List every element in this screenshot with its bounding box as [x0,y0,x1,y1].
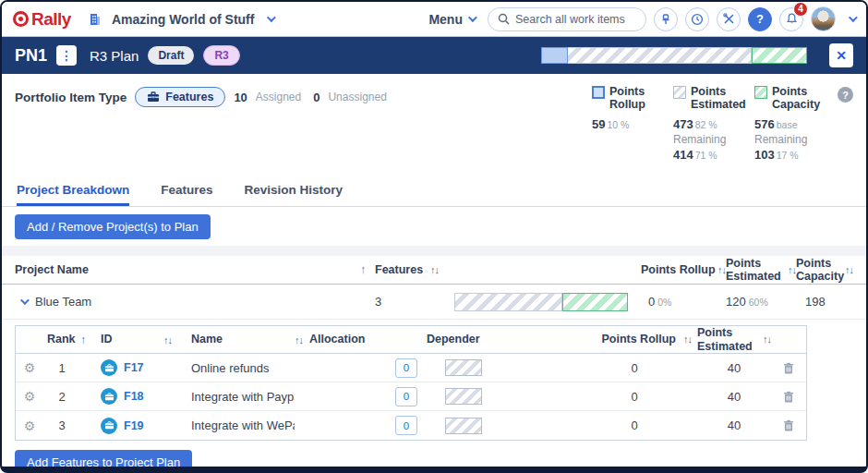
tools-button[interactable] [717,7,741,31]
kebab-icon: ⋮ [60,49,73,62]
feature-name[interactable]: Online refunds [191,361,295,375]
trash-icon[interactable] [771,419,806,431]
allocation-input[interactable]: 0 [395,387,417,406]
feature-id-link[interactable]: F17 [124,361,144,374]
col-dependencies[interactable]: Depender [427,333,500,346]
capacity-value: 576 [754,117,775,131]
gear-icon[interactable]: ⚙ [16,360,43,375]
legend-help-button[interactable]: ? [838,87,853,103]
portfolio-item-type-selector[interactable]: Features [135,87,225,107]
col-allocation[interactable]: Allocation [309,333,427,346]
project-points-estimated: 12060% [726,295,796,309]
id-sort-icon[interactable]: ↑↓ [163,334,191,346]
estimated-swatch-icon [673,86,686,99]
project-name[interactable]: Blue Team [35,295,91,309]
estimated-value: 473 [673,117,693,131]
capacity-remaining-value: 103 [754,148,775,162]
col-id[interactable]: ID [101,333,163,346]
col-feature-points-estimated[interactable]: PointsEstimated ↑↓ [697,326,771,353]
search-input[interactable] [515,13,636,26]
menu-dropdown[interactable]: Menu [428,12,475,27]
feature-name[interactable]: Integrate with WePay [191,418,295,432]
user-avatar[interactable] [811,6,836,31]
rally-logo-text: Rally [31,9,71,30]
points-capacity-legend: PointsCapacity 576base Remaining 10317 % [754,85,823,179]
pin-button[interactable] [654,7,678,31]
unassigned-count: 0 [313,91,319,104]
feature-row: ⚙ 2 F18 Integrate with Paypal 0 0 40 [16,382,806,411]
gear-icon[interactable]: ⚙ [16,389,43,404]
rally-logo[interactable]: Rally [13,9,71,30]
estimated-label-line2: Estimated [691,98,746,111]
add-remove-projects-button[interactable]: Add / Remove Project(s) to Plan [15,214,211,239]
col-project-name[interactable]: Project Name [15,263,360,276]
sort-asc-icon[interactable]: ↑ [360,263,375,276]
col-points-estimated-label: PointsEstimated [726,257,781,284]
capacity-base-label: base [777,119,798,130]
col-rank[interactable]: Rank [43,333,80,346]
help-button[interactable]: ? [748,7,772,31]
capacity-remaining-label: Remaining [754,133,823,146]
estimated-remaining-label: Remaining [673,133,741,146]
plan-id: PN1 [15,46,47,66]
plan-progress-bar [541,47,807,64]
search-box[interactable] [488,7,646,31]
dependencies-bar[interactable] [445,388,482,405]
allocation-input[interactable]: 0 [395,416,417,435]
tab-features[interactable]: Features [161,179,212,206]
col-points-rollup[interactable]: Points Rollup ↑↓ [641,263,726,276]
clock-icon [691,13,704,26]
feature-table-header: Rank ↑ ID ↑↓ Name ↑↓ Allocation Depender… [16,326,806,354]
estimated-label-line1: Points [691,85,726,98]
name-sort-icon[interactable]: ↑↓ [295,334,309,346]
notifications-button[interactable]: 4 [779,7,803,31]
col-points-capacity[interactable]: PointsCapacity ↑↓ [796,257,853,284]
project-features-count: 3 [375,295,430,309]
divider-band [2,246,866,256]
allocation-input[interactable]: 0 [395,358,417,378]
collapse-chevron-icon[interactable] [20,296,30,305]
features-sort-icon[interactable]: ↑↓ [430,264,454,275]
add-features-button[interactable]: Add Features to Project Plan [15,450,192,473]
user-menu-chevron-down-icon[interactable] [849,13,858,22]
project-row-blue-team: Blue Team 3 00% 12060% 198 [2,285,866,320]
feature-rank: 3 [43,418,80,432]
portfolio-item-type-value: Features [165,91,213,103]
plan-menu-button[interactable]: ⋮ [56,45,77,66]
points-rollup-sort-icon[interactable]: ↑↓ [717,264,726,276]
workspace-chevron-down-icon[interactable] [267,13,276,22]
release-badge: R3 [203,45,239,66]
close-plan-button[interactable]: ✕ [829,43,853,67]
dependencies-bar[interactable] [445,418,482,434]
feature-name[interactable]: Integrate with Paypal [191,390,295,404]
portfolio-item-type-label: Portfolio Item Type [15,91,127,104]
tab-project-breakdown[interactable]: Project Breakdown [17,179,129,206]
project-estimated-segment [454,293,562,311]
project-table-header: Project Name ↑ Features ↑↓ Points Rollup… [2,256,866,285]
rank-sort-asc-icon[interactable]: ↑ [80,334,101,346]
feature-points-rollup-sort-icon[interactable]: ↑↓ [683,334,692,346]
points-capacity-sort-icon[interactable]: ↑↓ [845,264,853,276]
trash-icon[interactable] [771,391,806,403]
unassigned-label: Unassigned [328,91,386,103]
tab-bar: Project Breakdown Features Revision Hist… [2,179,866,207]
question-icon: ? [842,90,849,101]
trash-icon[interactable] [771,362,806,374]
feature-points-estimated-sort-icon[interactable]: ↑↓ [763,334,771,346]
col-points-estimated[interactable]: PointsEstimated ↑↓ [726,257,796,284]
gear-icon[interactable]: ⚙ [16,418,43,433]
col-features[interactable]: Features [375,263,430,276]
plan-header-bar: PN1 ⋮ R3 Plan Draft R3 ✕ [2,37,866,74]
portfolio-type-row: Portfolio Item Type Features 10 Assigned… [15,85,391,109]
feature-id-link[interactable]: F18 [124,390,144,403]
workspace-selector[interactable]: Amazing World of Stuff [112,12,255,27]
tab-revision-history[interactable]: Revision History [245,179,344,206]
col-name[interactable]: Name [191,333,295,346]
points-estimated-sort-icon[interactable]: ↑↓ [788,264,796,276]
feature-briefcase-icon [101,388,117,405]
history-button[interactable] [685,7,709,31]
help-icon: ? [756,12,764,26]
dependencies-bar[interactable] [445,359,482,376]
feature-id-link[interactable]: F19 [124,419,144,432]
col-feature-points-rollup[interactable]: Points Rollup ↑↓ [596,333,697,346]
